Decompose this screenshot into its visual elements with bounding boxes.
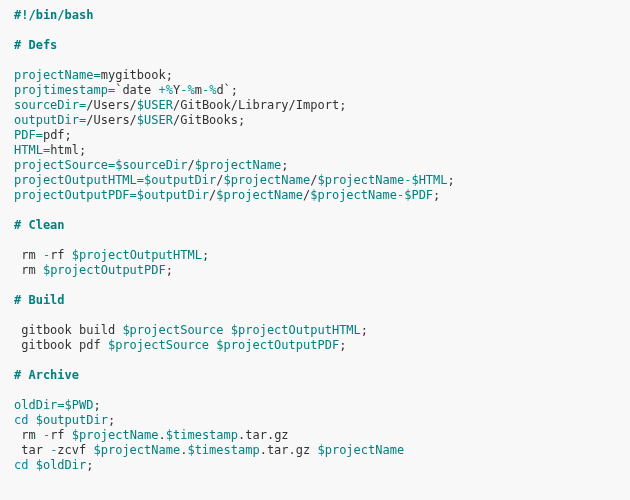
var-projtimestamp: projtimestamp= xyxy=(14,83,115,97)
shebang: #!/bin/bash xyxy=(14,8,93,22)
cd-builtin: cd xyxy=(14,413,28,427)
var-projectOutputHTML: projectOutputHTML= xyxy=(14,173,144,187)
section-build: # Build xyxy=(14,293,65,307)
section-clean: # Clean xyxy=(14,218,65,232)
var-outputDir: outputDir= xyxy=(14,113,86,127)
cd-builtin: cd xyxy=(14,458,28,472)
section-defs: # Defs xyxy=(14,38,57,52)
var-oldDir: oldDir= xyxy=(14,398,65,412)
var-projectOutputPDF: projectOutputPDF= xyxy=(14,188,137,202)
var-PDF: PDF= xyxy=(14,128,43,142)
var-HTML: HTML= xyxy=(14,143,50,157)
section-archive: # Archive xyxy=(14,368,79,382)
code-block: #!/bin/bash # Defs projectName=mygitbook… xyxy=(0,0,630,481)
var-sourceDir: sourceDir= xyxy=(14,98,86,112)
var-projectName: projectName= xyxy=(14,68,101,82)
var-projectSource: projectSource= xyxy=(14,158,115,172)
